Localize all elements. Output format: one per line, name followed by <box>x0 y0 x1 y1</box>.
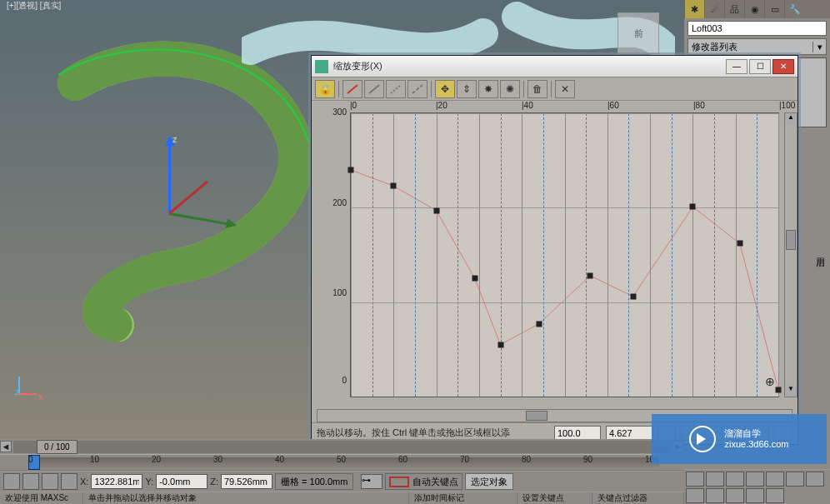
curve-gray3-icon[interactable] <box>408 80 428 98</box>
transform-type-icon[interactable] <box>61 473 78 490</box>
value1-input[interactable] <box>554 426 601 441</box>
deform-toolbar: 🔒 ✥ ⇕ ✸ ✺ 🗑 ✕ <box>312 77 798 101</box>
y-label: Y: <box>145 477 153 487</box>
playback-controls <box>684 469 830 504</box>
value2-input[interactable] <box>606 426 652 441</box>
insert-corner-icon[interactable]: ✸ <box>478 80 498 98</box>
window-title: 缩放变形(X) <box>333 60 726 72</box>
minimize-button[interactable]: — <box>726 59 748 74</box>
grid-display: 栅格 = 100.0mm <box>275 473 353 490</box>
scale-point-icon[interactable]: ⇕ <box>457 80 477 98</box>
prev-frame-icon[interactable] <box>706 472 724 487</box>
play-circle-icon <box>689 426 716 452</box>
watermark-url: zixue.3d66.com <box>724 439 788 450</box>
insert-bezier-icon[interactable]: ✺ <box>500 80 520 98</box>
auto-key-toggle[interactable]: 自动关键点 <box>385 473 462 490</box>
modifier-list-label: 修改器列表 <box>688 41 812 53</box>
nav-zoom-all-icon[interactable] <box>686 488 704 503</box>
viewport-label[interactable]: [+][透视] [真实] <box>7 0 61 12</box>
status-set-key[interactable]: 设置关键点 <box>518 492 592 504</box>
deform-graph[interactable]: 3002001000 |0|20|40|60|80|100 ⊕ ▲▼ <box>312 101 798 409</box>
curve-red-icon[interactable] <box>342 80 362 98</box>
key-icon[interactable]: ⊶ <box>361 474 382 489</box>
move-point-icon[interactable]: ✥ <box>435 80 455 98</box>
selected-object-dropdown[interactable]: 选定对象 <box>465 473 513 490</box>
plot-area[interactable]: ⊕ <box>350 112 779 397</box>
window-titlebar[interactable]: 缩放变形(X) — ☐ ✕ <box>312 56 798 77</box>
y-axis: 3002001000 <box>312 101 350 409</box>
modifier-list-dropdown[interactable]: 修改器列表 ▾ <box>688 38 827 55</box>
timeline-left-arrow-icon[interactable]: ◄ <box>0 441 12 452</box>
keymode-icon[interactable] <box>22 473 39 490</box>
reset-curve-icon[interactable]: ✕ <box>555 80 575 98</box>
curve-gray2-icon[interactable] <box>386 80 406 98</box>
coordinate-bar: X: Y: Z: 栅格 = 100.0mm ⊶ 自动关键点 选定对象 <box>0 471 684 492</box>
time-config-icon[interactable] <box>786 472 804 487</box>
nav-max-icon[interactable] <box>766 488 784 503</box>
motion-tab[interactable]: ◉ <box>744 0 764 18</box>
time-ruler[interactable]: 0102030405060708090100 <box>0 454 684 471</box>
close-button[interactable]: ✕ <box>772 59 794 74</box>
x-label: X: <box>80 477 88 487</box>
z-input[interactable] <box>221 474 272 489</box>
nav-orbit-icon[interactable] <box>746 488 764 503</box>
status-welcome: 欢迎使用 MAXSc <box>0 492 83 504</box>
watermark: 溜溜自学 zixue.3d66.com <box>652 414 827 464</box>
nav-pan-icon[interactable] <box>726 488 744 503</box>
goto-end-icon[interactable] <box>766 472 784 487</box>
play-icon[interactable] <box>726 472 744 487</box>
maximize-button[interactable]: ☐ <box>749 59 771 74</box>
axis-tripod: zx <box>13 372 43 402</box>
display-tab[interactable]: ▭ <box>764 0 784 18</box>
create-tab[interactable]: ✱ <box>684 0 704 18</box>
x-input[interactable] <box>91 474 142 489</box>
abs-rel-icon[interactable] <box>42 473 58 490</box>
status-hint: 拖动以移动。按住 Ctrl 键单击或拖出区域框以添 <box>317 427 549 439</box>
modify-tab[interactable]: ☄ <box>704 0 724 18</box>
curve-gray1-icon[interactable] <box>364 80 384 98</box>
next-frame-icon[interactable] <box>746 472 764 487</box>
app-icon <box>315 60 328 73</box>
lock-icon[interactable]: 🔒 <box>315 80 335 98</box>
x-axis: |0|20|40|60|80|100 <box>350 101 779 112</box>
utilities-tab[interactable]: 🔧 <box>784 0 804 18</box>
status-hint: 单击并拖动以选择并移动对象 <box>83 492 409 504</box>
vertical-scrollbar[interactable]: ▲▼ <box>784 112 798 397</box>
lock-selection-icon[interactable] <box>3 473 20 490</box>
object-name-field[interactable]: Loft003 <box>688 21 827 36</box>
y-input[interactable] <box>156 474 208 489</box>
hierarchy-tab[interactable]: 品 <box>724 0 744 18</box>
scale-deformation-window: 缩放变形(X) — ☐ ✕ 🔒 ✥ ⇕ ✸ ✺ 🗑 ✕ 3002001000 |… <box>311 55 798 445</box>
status-key-filter[interactable]: 关键点过滤器 <box>592 492 684 504</box>
crosshair-cursor-icon: ⊕ <box>765 375 775 388</box>
status-add-time-tag[interactable]: 添加时间标记 <box>409 492 518 504</box>
status-bar: 欢迎使用 MAXSc 单击并拖动以选择并移动对象 添加时间标记 设置关键点 关键… <box>0 492 684 504</box>
goto-start-icon[interactable] <box>686 472 704 487</box>
nav-zoom-icon[interactable] <box>806 472 824 487</box>
time-slider-head[interactable]: 0 / 100 <box>37 440 78 454</box>
viewcube[interactable]: 前 <box>618 12 659 54</box>
chevron-down-icon: ▾ <box>812 42 826 52</box>
nav-fov-icon[interactable] <box>706 488 724 503</box>
watermark-brand: 溜溜自学 <box>724 428 788 439</box>
transform-gizmo[interactable]: z <box>154 137 246 246</box>
time-slider[interactable]: ◄ 0 / 100 ► <box>0 439 684 454</box>
delete-point-icon[interactable]: 🗑 <box>528 80 548 98</box>
z-label: Z: <box>210 477 218 487</box>
